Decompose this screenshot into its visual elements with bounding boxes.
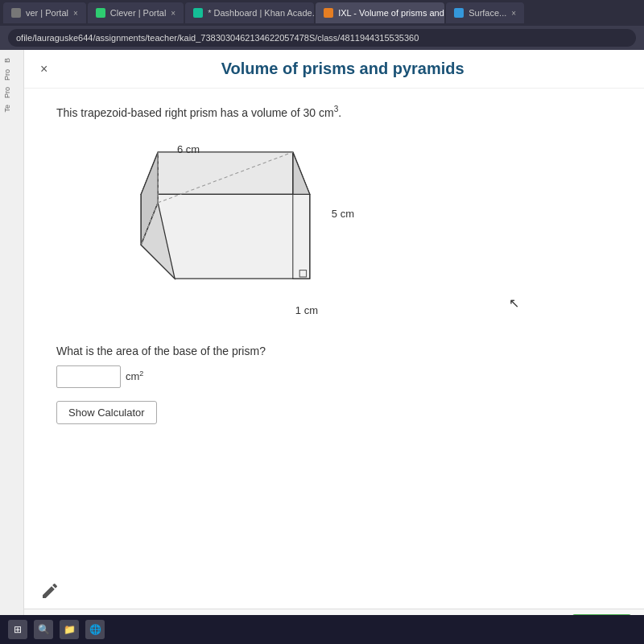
- tab-close-surface[interactable]: ×: [511, 9, 516, 18]
- shape-container: 6 cm: [105, 135, 362, 328]
- taskbar: ⊞ 🔍 📁 🌐: [0, 615, 644, 644]
- pencil-area: [40, 581, 60, 604]
- cursor-icon: ↖: [509, 295, 519, 311]
- unit-label: cm2: [126, 369, 143, 382]
- problem-description: This trapezoid-based right prism has a v…: [56, 105, 612, 119]
- answer-input[interactable]: [56, 365, 121, 388]
- tab-icon-khan: [193, 8, 203, 18]
- question-section: What is the area of the base of the pris…: [56, 345, 612, 424]
- tab-clever[interactable]: Clever | Portal ×: [88, 2, 184, 23]
- tab-khan[interactable]: * Dashboard | Khan Acade... ×: [185, 2, 314, 23]
- tab-label-1: ver | Portal: [26, 8, 68, 18]
- tab-label-surface: Surface...: [469, 8, 506, 18]
- page-title: Volume of prisms and pyramids: [57, 60, 628, 78]
- address-bar: 200,912: [0, 26, 644, 50]
- tab-icon-1: [11, 8, 21, 18]
- sidebar-item-pro2: Pro: [3, 87, 20, 98]
- tab-close-1[interactable]: ×: [73, 9, 78, 18]
- tab-icon-ixl: [324, 8, 333, 18]
- pencil-icon: [40, 581, 60, 601]
- svg-marker-0: [141, 152, 310, 194]
- content-area: B Pro Pro Te × Volume of prisms and pyra…: [0, 50, 644, 644]
- question-text: What is the area of the base of the pris…: [56, 345, 612, 357]
- tab-bar: ver | Portal × Clever | Portal × * Dashb…: [0, 0, 644, 26]
- label-5cm: 5 cm: [332, 208, 354, 220]
- tab-ixl[interactable]: IXL - Volume of prisms and... ×: [316, 2, 444, 23]
- tab-close-clever[interactable]: ×: [171, 9, 175, 18]
- address-input[interactable]: [8, 29, 636, 47]
- page-header: × Volume of prisms and pyramids: [24, 50, 644, 89]
- sidebar-item-te: Te: [3, 105, 20, 113]
- label-6cm: 6 cm: [177, 143, 200, 155]
- left-sidebar: B Pro Pro Te: [0, 50, 24, 644]
- tab-label-clever: Clever | Portal: [110, 8, 167, 18]
- problem-content: This trapezoid-based right prism has a v…: [24, 89, 644, 440]
- tab-label-khan: * Dashboard | Khan Acade...: [208, 8, 314, 18]
- answer-row: cm2: [56, 365, 612, 388]
- sidebar-item-b: B: [3, 58, 20, 63]
- label-1cm: 1 cm: [295, 304, 318, 316]
- taskbar-icon-4[interactable]: 🌐: [85, 620, 105, 639]
- show-calculator-button[interactable]: Show Calculator: [56, 401, 157, 424]
- unit-superscript: 2: [139, 369, 143, 378]
- volume-superscript: 3: [334, 105, 339, 114]
- browser-chrome: ver | Portal × Clever | Portal × * Dashb…: [0, 0, 644, 50]
- taskbar-icon-3[interactable]: 📁: [60, 620, 79, 639]
- tab-surface[interactable]: Surface... ×: [446, 2, 524, 23]
- taskbar-icon-2[interactable]: 🔍: [34, 620, 53, 639]
- close-button[interactable]: ×: [40, 63, 47, 76]
- tab-icon-clever: [96, 8, 105, 18]
- main-panel: × Volume of prisms and pyramids This tra…: [24, 50, 644, 644]
- taskbar-icon-1[interactable]: ⊞: [8, 620, 27, 639]
- tab-portal-1[interactable]: ver | Portal ×: [3, 2, 86, 23]
- tab-icon-surface: [454, 8, 464, 18]
- tab-label-ixl: IXL - Volume of prisms and...: [338, 8, 444, 18]
- sidebar-item-pro1: Pro: [3, 69, 20, 80]
- prism-svg: [105, 135, 346, 312]
